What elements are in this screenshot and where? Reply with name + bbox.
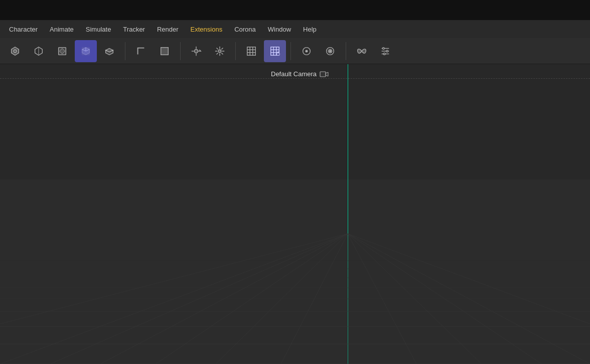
svg-point-38: [383, 47, 385, 49]
viewport-hline: [0, 78, 590, 79]
separator-4: [290, 42, 291, 60]
settings-btn[interactable]: [374, 40, 396, 62]
camera-label: Default Camera: [271, 70, 329, 78]
sphere-btn[interactable]: [4, 40, 26, 62]
menu-item-animate[interactable]: Animate: [45, 24, 79, 35]
grid-lock-btn[interactable]: [264, 40, 286, 62]
butterfly-btn[interactable]: [351, 40, 373, 62]
snap-settings-btn[interactable]: [209, 40, 231, 62]
menu-item-simulate[interactable]: Simulate: [81, 24, 116, 35]
svg-line-64: [0, 234, 348, 324]
svg-marker-42: [326, 72, 328, 76]
svg-point-39: [386, 50, 388, 52]
svg-rect-41: [320, 72, 326, 77]
menu-item-extensions[interactable]: Extensions: [186, 24, 228, 35]
camera-label-text: Default Camera: [271, 70, 317, 78]
separator-1: [125, 42, 125, 60]
svg-marker-0: [12, 47, 19, 55]
menu-item-window[interactable]: Window: [263, 24, 296, 35]
floor-btn[interactable]: [98, 40, 120, 62]
top-bar: [0, 0, 590, 20]
svg-point-31: [306, 50, 308, 52]
upper-viewport: [0, 64, 590, 179]
viewport: Default Camera: [0, 64, 590, 364]
poly-btn[interactable]: [51, 40, 73, 62]
object-btn[interactable]: [28, 40, 50, 62]
menu-bar: Character Animate Simulate Tracker Rende…: [0, 20, 590, 38]
svg-rect-19: [247, 47, 256, 55]
grid-btn[interactable]: [240, 40, 262, 62]
menu-item-help[interactable]: Help: [298, 24, 322, 35]
svg-point-14: [194, 49, 198, 53]
svg-line-63: [348, 234, 590, 324]
grid-container: [0, 234, 590, 364]
svg-rect-29: [277, 53, 280, 55]
grid-svg: [0, 234, 590, 364]
separator-3: [235, 42, 236, 60]
cube-btn[interactable]: [75, 40, 97, 62]
svg-point-34: [329, 50, 331, 52]
snap-btn[interactable]: [185, 40, 207, 62]
separator-2: [180, 42, 181, 60]
menu-item-tracker[interactable]: Tracker: [118, 24, 150, 35]
menu-item-character[interactable]: Character: [4, 24, 43, 35]
camera-icon: [320, 71, 329, 78]
separator-5: [346, 42, 346, 60]
menu-item-render[interactable]: Render: [152, 24, 184, 35]
corner-btn[interactable]: [130, 40, 152, 62]
target-btn[interactable]: [319, 40, 341, 62]
svg-rect-13: [161, 47, 169, 55]
toolbar: [0, 38, 590, 64]
menu-item-corona[interactable]: Corona: [229, 24, 261, 35]
svg-point-40: [383, 53, 385, 55]
circle-btn[interactable]: [296, 40, 318, 62]
svg-point-18: [218, 50, 221, 53]
rect-btn[interactable]: [154, 40, 176, 62]
